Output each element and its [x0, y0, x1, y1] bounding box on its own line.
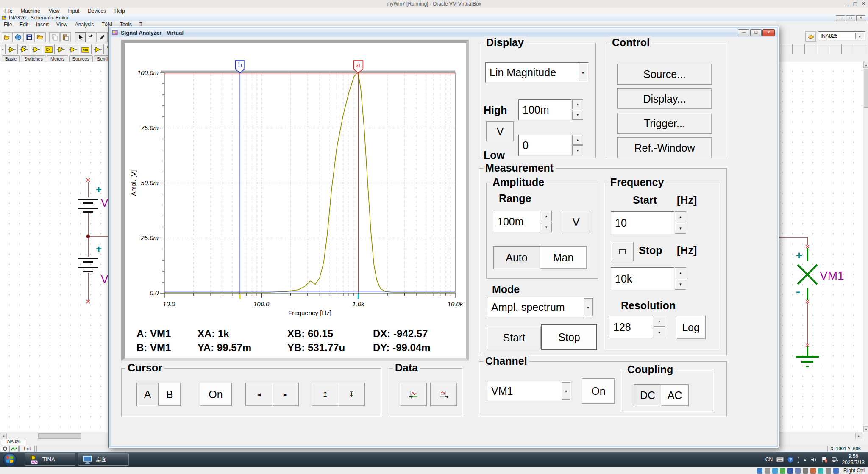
vbox-menu-view[interactable]: View [45, 8, 64, 14]
editor-menu-edit[interactable]: Edit [16, 22, 32, 28]
keyboard-capture-icon[interactable] [833, 468, 839, 474]
tab-meters[interactable]: Meters [47, 55, 68, 62]
analyzer-minimize-icon[interactable]: — [738, 29, 749, 36]
spin-up-icon[interactable]: ▴ [654, 316, 665, 327]
cursor-jump-max-button[interactable]: ↥ [312, 383, 339, 406]
spin-up-icon[interactable]: ▴ [541, 211, 552, 221]
open-folder-button[interactable] [35, 32, 46, 42]
export-data-button[interactable] [430, 383, 457, 406]
freq-start-spinner[interactable]: ▴▾ [675, 211, 686, 234]
show-desktop-peek-icon[interactable]: ▲ [803, 457, 807, 462]
spin-up-icon[interactable]: ▴ [572, 99, 583, 109]
vbox-menu-devices[interactable]: Devices [83, 8, 110, 14]
keyboard-icon[interactable] [776, 457, 784, 462]
scroll-left-icon[interactable]: ◂ [0, 433, 7, 439]
spin-up-icon[interactable]: ▴ [675, 267, 686, 278]
taskbar-tina-button[interactable]: TINA [25, 453, 75, 466]
scroll-right-icon[interactable]: ▸ [855, 433, 862, 439]
spin-down-icon[interactable]: ▾ [572, 110, 583, 120]
control-source-button[interactable]: Source... [617, 64, 712, 85]
dropdown-icon[interactable]: ▾ [584, 298, 593, 316]
point-mode-button[interactable] [805, 31, 816, 42]
display-high-spinner[interactable]: ▴▾ [572, 99, 583, 120]
editor-menu-insert[interactable]: Insert [32, 22, 53, 28]
editor-maximize-icon[interactable]: ▢ [846, 15, 855, 21]
editor-menu-file[interactable]: File [0, 22, 16, 28]
status-tool-button-1[interactable] [1, 446, 9, 452]
freq-stop-field[interactable]: 10k [611, 267, 674, 290]
wire-tool-button[interactable] [86, 32, 97, 42]
display-mode-combo[interactable]: Lin Magnitude ▾ [485, 62, 589, 83]
component-opamp-button[interactable] [30, 44, 42, 55]
auto-button[interactable]: Auto [493, 246, 540, 269]
network-icon[interactable] [832, 457, 838, 463]
component-opamp-arrow-button[interactable] [54, 44, 67, 55]
document-selector[interactable]: INA826 ▾ [818, 31, 865, 41]
network-adapter-icon[interactable] [780, 468, 785, 474]
spectrum-plot[interactable]: 100.0m75.0m50.0m25.0m0.010.0100.01.0k10.… [125, 43, 466, 358]
range-unit-button[interactable]: V [562, 211, 590, 233]
video-capture-icon[interactable] [810, 468, 816, 474]
range-spinner[interactable]: ▴▾ [541, 211, 552, 233]
mouse-integration-icon[interactable] [826, 468, 831, 474]
spin-up-icon[interactable]: ▴ [572, 135, 583, 145]
cursor-b-button[interactable]: B [158, 383, 181, 406]
display-low-spinner[interactable]: ▴▾ [572, 135, 583, 156]
display-high-field[interactable]: 100m [518, 99, 572, 120]
status-tool-button-2[interactable] [9, 446, 19, 452]
copy-button[interactable] [49, 32, 60, 42]
exit-button[interactable]: Exit [19, 446, 35, 452]
resolution-field[interactable]: 128 [609, 316, 653, 338]
stop-button[interactable]: Stop [541, 324, 597, 350]
dropdown-icon[interactable]: ▾ [562, 382, 570, 400]
spin-down-icon[interactable]: ▾ [675, 279, 686, 290]
resolution-spinner[interactable]: ▴▾ [654, 316, 665, 338]
control-trigger-button[interactable]: Trigger... [617, 113, 712, 134]
channel-combo[interactable]: VM1 ▾ [487, 381, 572, 401]
spin-down-icon[interactable]: ▾ [572, 145, 583, 155]
vbox-menu-machine[interactable]: Machine [17, 8, 44, 14]
vbox-menu-file[interactable]: File [0, 8, 17, 14]
paste-button[interactable] [60, 32, 71, 42]
tab-sources[interactable]: Sources [69, 55, 93, 62]
action-center-flag-icon[interactable]: x [821, 457, 828, 463]
cursor-on-button[interactable]: On [200, 383, 232, 406]
control-display-button[interactable]: Display... [617, 88, 712, 109]
display-unit-button[interactable]: V [486, 121, 514, 141]
hscroll-thumb[interactable] [38, 433, 81, 439]
help-icon[interactable]: ? [787, 457, 793, 463]
ground-symbol[interactable] [796, 346, 819, 366]
clock[interactable]: 9:56 2025/7/13 [842, 453, 867, 466]
channel-on-button[interactable]: On [582, 378, 615, 404]
display-icon[interactable] [803, 468, 808, 474]
freq-stop-spinner[interactable]: ▴▾ [675, 267, 686, 290]
internet-button[interactable] [13, 32, 24, 42]
sheet-tab[interactable]: INA826 [1, 439, 26, 445]
taskbar-desktop-button[interactable]: 桌面 [78, 453, 129, 466]
cursor-jump-min-button[interactable]: ↧ [338, 383, 365, 406]
tab-basic[interactable]: Basic [2, 55, 20, 62]
export-curve-button[interactable] [400, 383, 427, 406]
range-field[interactable]: 100m [493, 211, 540, 233]
start-button[interactable]: Start [487, 326, 541, 349]
vbox-menu-help[interactable]: Help [110, 8, 129, 14]
cursor-step-right-button[interactable]: ▸ [272, 383, 299, 406]
spin-down-icon[interactable]: ▾ [541, 222, 552, 232]
display-low-field[interactable]: 0 [518, 135, 572, 156]
start-button[interactable] [3, 452, 17, 468]
man-button[interactable]: Man [540, 246, 587, 269]
sweep-link-button[interactable] [611, 242, 634, 261]
hdd-icon[interactable] [757, 468, 762, 474]
battery-source-2[interactable] [78, 258, 98, 272]
vbox-menu-input[interactable]: Input [64, 8, 84, 14]
log-button[interactable]: Log [676, 316, 706, 339]
cursor-step-left-button[interactable]: ◂ [245, 383, 273, 406]
input-language-indicator[interactable]: CN [765, 457, 773, 463]
audio-icon[interactable] [772, 468, 778, 474]
pen-tool-button[interactable] [97, 32, 108, 42]
save-button[interactable] [24, 32, 35, 42]
component-opamp-plus-button[interactable]: + [5, 44, 18, 55]
component-boxed-opamp-button[interactable] [42, 44, 55, 55]
vbox-minimize-icon[interactable]: ▁ [845, 1, 849, 6]
analyzer-maximize-icon[interactable]: ▢ [750, 29, 762, 36]
